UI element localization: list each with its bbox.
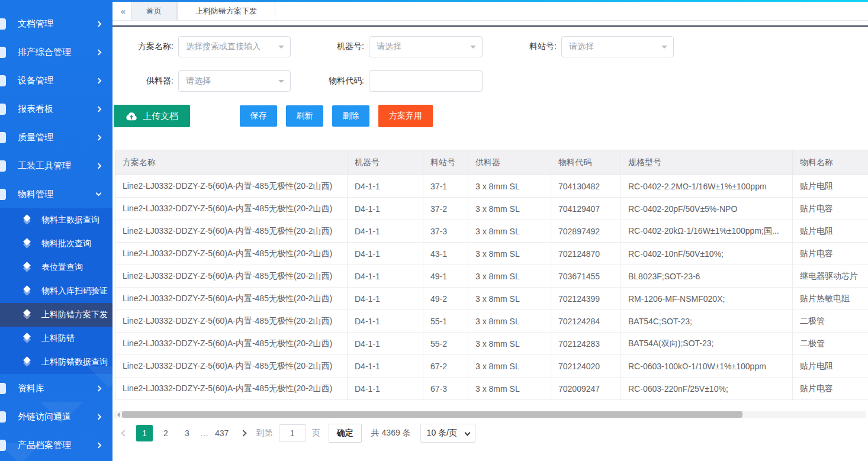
table-cell: Line2-LJ0332-DDZY-Z-5(60)A-内置-485无极性(20-… [115,243,348,265]
layers-icon [22,239,32,249]
sidebar-item-equipment-mgmt[interactable]: 设备管理 [0,66,112,95]
upload-document-label: 上传文档 [143,111,178,122]
sidebar-menu: 文档管理 排产综合管理 设备管理 报表看板 质量管理 [0,0,112,208]
station-no-placeholder: 请选择 [569,41,594,52]
sidebar-subitem-loading-error-data-query[interactable]: 上料防错数据查询 [0,350,112,374]
table-row[interactable]: Line2-LJ0332-DDZY-Z-5(60)A-内置-485无极性(20-… [115,333,868,355]
table-cell: Line2-LJ0332-DDZY-Z-5(60)A-内置-485无极性(20-… [115,310,348,333]
table-cell: D4-1-1 [348,333,423,355]
table-cell: RC-0603-220nF/25V±10%; [621,378,793,400]
sidebar-item-label: 物料管理 [18,189,53,200]
sidebar-item-product-archive-mgmt[interactable]: 产品档案管理 [0,431,112,459]
sidebar-subitem-material-master-query[interactable]: 物料主数据查询 [0,208,112,232]
sidebar-subitem-loading-error-plan-dispatch[interactable]: 上料防错方案下发 [0,303,112,327]
document-icon [0,18,6,30]
table-cell: 3 x 8mm SL [468,198,551,220]
sidebar-item-tooling-mgmt[interactable]: 工装工具管理 [0,151,112,180]
table-row[interactable]: Line2-LJ0332-DDZY-Z-5(60)A-内置-485无极性(20-… [115,243,868,265]
sidebar-subitem-table-position-query[interactable]: 表位置查询 [0,256,112,279]
table-cell: 702124283 [551,333,621,355]
upload-document-button[interactable]: 上传文档 [114,105,190,127]
layers-icon [22,310,32,320]
table-row[interactable]: Line2-LJ0332-DDZY-Z-5(60)A-内置-485无极性(20-… [115,355,868,378]
confirm-button[interactable]: 确定 [329,424,362,443]
sidebar-subitem-inbound-scan-verify[interactable]: 物料入库扫码验证 [0,279,112,303]
sidebar-item-material-mgmt[interactable]: 物料管理 [0,180,112,208]
machine-no-select[interactable]: 请选择 [369,36,483,57]
table-cell: D4-1-1 [348,198,423,220]
table-cell: RC-0402-2.2MΩ-1/16W±1%±100ppm [621,175,793,198]
next-page-icon[interactable] [240,430,246,436]
page-number-1[interactable]: 1 [136,425,153,441]
table-row[interactable]: Line2-LJ0332-DDZY-Z-5(60)A-内置-485无极性(20-… [115,310,868,333]
table-row[interactable]: Line2-LJ0332-DDZY-Z-5(60)A-内置-485无极性(20-… [115,288,868,310]
table-cell: 贴片电阻 [793,220,868,243]
table-cell: BAT54A(双向);SOT-23; [621,333,793,355]
double-chevron-left-icon[interactable]: « [115,2,131,20]
page-size-value: 10 条/页 [427,428,457,439]
repository-icon [0,383,6,394]
sidebar-item-label: 文档管理 [18,18,53,30]
prev-page-icon[interactable] [121,430,127,436]
table-cell: 3 x 8mm SL [468,355,551,378]
station-no-select[interactable]: 请选择 [561,36,674,57]
sidebar-subitem-loading-error-proofing[interactable]: 上料防错 [0,327,112,350]
machine-no-label: 机器号: [291,41,364,52]
table-row[interactable]: Line2-LJ0332-DDZY-Z-5(60)A-内置-485无极性(20-… [115,378,868,400]
page-number-2[interactable]: 2 [157,425,174,441]
sidebar-item-production-planning[interactable]: 排产综合管理 [0,38,112,66]
chevron-right-icon [96,49,102,55]
table-cell: 702124399 [551,288,621,310]
feeder-label: 供料器: [123,76,173,86]
page-size-select[interactable]: 10 条/页 [420,424,475,443]
table-cell: BL8023F;SOT-23-6 [621,265,793,288]
sidebar-item-report-dashboard[interactable]: 报表看板 [0,95,112,123]
main-content: « 首页 上料防错方案下发 方案名称: 选择搜索或直接输入 机器号: 请选择 料… [112,0,868,461]
page-number-437[interactable]: 437 [214,425,230,441]
table-cell: D4-1-1 [348,288,423,310]
table-row[interactable]: Line2-LJ0332-DDZY-Z-5(60)A-内置-485无极性(20-… [115,198,868,220]
table-cell: D4-1-1 [348,310,423,333]
table-cell: D4-1-1 [348,355,423,378]
caret-down-icon [278,80,284,86]
table-row[interactable]: Line2-LJ0332-DDZY-Z-5(60)A-内置-485无极性(20-… [115,220,868,243]
chevron-right-icon [96,163,102,169]
table-row[interactable]: Line2-LJ0332-DDZY-Z-5(60)A-内置-485无极性(20-… [115,175,868,198]
cloud-upload-icon [126,112,137,121]
tab-loading-error-plan-dispatch[interactable]: 上料防错方案下发 [177,2,275,20]
table-cell: Line2-LJ0332-DDZY-Z-5(60)A-内置-485无极性(20-… [115,175,348,198]
sidebar-subitem-material-batch-query[interactable]: 物料批次查询 [0,232,112,256]
tab-home[interactable]: 首页 [131,2,177,20]
table-cell: 37-1 [423,175,468,198]
plan-name-select[interactable]: 选择搜索或直接输入 [178,36,291,57]
layers-icon [22,334,32,343]
table-cell: RC-0603-100kΩ-1/10W±1%±100ppm [621,355,793,378]
refresh-button[interactable]: 刷新 [286,105,323,127]
table-cell: 二极管 [793,333,868,355]
table-row[interactable]: Line2-LJ0332-DDZY-Z-5(60)A-内置-485无极性(20-… [115,265,868,288]
caret-down-icon [278,46,284,51]
table-cell: RC-0402-10nF/50V±10%; [621,243,793,265]
table-cell: 贴片电容 [793,378,868,400]
goto-page-input[interactable] [279,424,306,442]
sidebar-item-external-link-channel[interactable]: 外链访问通道 [0,402,112,431]
material-code-input[interactable] [369,70,483,92]
abandon-plan-button[interactable]: 方案弃用 [378,105,433,127]
sidebar-item-label: 质量管理 [18,132,53,143]
chevron-right-icon [96,442,102,448]
feeder-select[interactable]: 请选择 [178,70,291,92]
sidebar-item-repository[interactable]: 资料库 [0,374,112,402]
sidebar-item-document-mgmt[interactable]: 文档管理 [0,9,112,38]
scrollbar-thumb[interactable] [122,411,742,418]
delete-button[interactable]: 删除 [332,105,369,127]
save-button[interactable]: 保存 [240,105,277,127]
page-ellipsis: ... [200,428,209,438]
scroll-left-arrow-icon[interactable] [115,412,120,417]
sidebar-item-quality-mgmt[interactable]: 质量管理 [0,123,112,151]
page-number-3[interactable]: 3 [179,425,195,441]
horizontal-scrollbar[interactable] [114,411,866,418]
table-cell: D4-1-1 [348,265,423,288]
table-cell: Line2-LJ0332-DDZY-Z-5(60)A-内置-485无极性(20-… [115,265,348,288]
table-cell: BAT54C;SOT-23; [621,310,793,333]
table-cell: 贴片热敏电阻 [793,288,868,310]
